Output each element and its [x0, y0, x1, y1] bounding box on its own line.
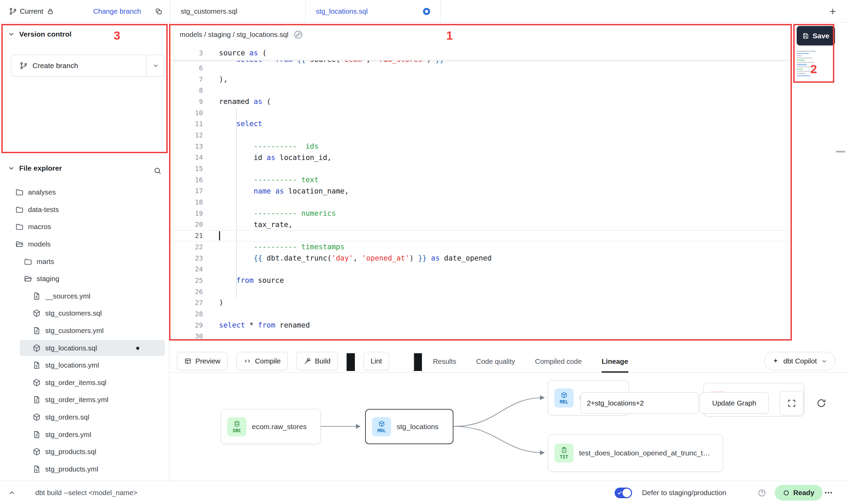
preview-button[interactable]: Preview — [177, 352, 228, 370]
file-search-icon[interactable] — [153, 167, 162, 175]
code-line-21: 21 — [169, 230, 792, 241]
preview-label: Preview — [195, 357, 220, 365]
tab-lineage[interactable]: Lineage — [602, 350, 628, 373]
code-line-20: 20 tax_rate, — [169, 219, 792, 230]
clipboard-check-icon — [561, 447, 568, 454]
status-bar: dbt build --select <model_name> Defer to… — [0, 481, 848, 504]
sidebar: Version control Create branch File explo… — [0, 23, 169, 481]
model-badge: MDL — [554, 388, 574, 408]
create-branch-dropdown[interactable] — [146, 55, 165, 76]
version-control-header[interactable]: Version control — [8, 30, 72, 38]
file-tree-item-stg-locations-sql[interactable]: stg_locations.sql — [0, 339, 169, 357]
lineage-node-test[interactable]: TST test_does_location_opened_at_trunc_t… — [548, 434, 723, 472]
top-bar: Current Change branch stg_customers.sql … — [0, 0, 848, 23]
tab-code-quality[interactable]: Code quality — [476, 350, 515, 373]
copy-icon[interactable] — [155, 0, 163, 23]
file-tree-item-stg-locations-yml[interactable]: stg_locations.yml — [0, 357, 169, 374]
table-icon — [184, 357, 192, 365]
refresh-button[interactable] — [812, 394, 831, 412]
save-button[interactable]: Save — [797, 26, 835, 45]
model-cube-icon — [32, 309, 41, 318]
code-line-17: 17 name as location_name, — [169, 186, 792, 197]
compile-button[interactable]: Compile — [236, 352, 288, 370]
code-editor[interactable]: 67),89renamed as (1011 select1213 ------… — [169, 47, 792, 342]
tab-stg-locations-sql[interactable]: stg_locations.sql — [306, 0, 440, 23]
unsaved-dot — [136, 347, 139, 350]
collapse-chevron-up-icon[interactable] — [8, 481, 16, 504]
file-tree-item-stg-orders-sql[interactable]: stg_orders.sql — [0, 409, 169, 426]
tab-results[interactable]: Results — [433, 350, 456, 373]
file-tree-item-stg-order-items-yml[interactable]: stg_order_items.yml — [0, 391, 169, 409]
file-name: stg_orders.yml — [45, 430, 91, 439]
node-label: ecom.raw_stores — [252, 423, 307, 431]
update-graph-label: Update Graph — [712, 399, 756, 407]
file-name: marts — [37, 257, 54, 266]
build-split-button[interactable]: Build — [296, 352, 338, 370]
build-label: Build — [315, 357, 331, 365]
breadcrumb: models / staging / stg_locations.sql — [180, 23, 303, 47]
file-tree-item-stg-order-items-sql[interactable]: stg_order_items.sql — [0, 374, 169, 392]
code-line-8: 8 — [169, 85, 792, 96]
lineage-node-source[interactable]: SRC ecom.raw_stores — [221, 409, 321, 444]
compile-label: Compile — [255, 357, 281, 365]
unsaved-changes-dot — [423, 8, 430, 15]
file-tree-item-staging[interactable]: staging — [0, 270, 169, 288]
check-icon — [617, 490, 622, 496]
ready-status-button[interactable]: Ready — [775, 485, 823, 501]
minimap[interactable] — [797, 51, 828, 77]
help-icon[interactable] — [758, 481, 766, 504]
tab-stg-customers-sql[interactable]: stg_customers.sql — [170, 0, 305, 23]
panel-toolbar: Preview Compile Build Lint Results Code … — [169, 350, 848, 373]
save-icon — [802, 32, 809, 39]
file-name: stg_locations.yml — [45, 361, 99, 369]
copy-link-icon[interactable] — [293, 30, 303, 40]
sidebar-divider — [0, 156, 169, 156]
chevron-down-icon — [8, 164, 15, 172]
model-cube-icon — [32, 413, 41, 422]
file-tree-item-data-tests[interactable]: data-tests — [0, 201, 169, 218]
save-label: Save — [812, 32, 829, 40]
more-options-icon[interactable] — [823, 481, 834, 504]
file-tree-item-analyses[interactable]: analyses — [0, 184, 169, 201]
lint-dropdown[interactable] — [413, 353, 422, 371]
toggle-knob — [622, 489, 631, 497]
panel-tabs: Results Code quality Compiled code Linea… — [433, 350, 628, 373]
create-branch-button[interactable]: Create branch — [11, 55, 165, 77]
file-tree-item-stg-products-yml[interactable]: stg_products.yml — [0, 461, 169, 478]
new-tab-plus-icon[interactable] — [828, 0, 837, 23]
tab-compiled-code[interactable]: Compiled code — [535, 350, 582, 373]
file-tree-item--sources-yml[interactable]: __sources.yml — [0, 288, 169, 305]
file-explorer-header[interactable]: File explorer — [8, 164, 62, 172]
file-tree: analysesdata-testsmacrosmodelsmartsstagi… — [0, 184, 169, 478]
update-graph-button[interactable]: Update Graph — [700, 392, 769, 414]
file-tree-item-stg-orders-yml[interactable]: stg_orders.yml — [0, 426, 169, 443]
file-name: analyses — [28, 188, 56, 196]
lineage-selector-input[interactable] — [580, 392, 699, 414]
annotation-number-1: 1 — [446, 29, 453, 42]
file-name: stg_customers.sql — [45, 309, 102, 317]
defer-toggle[interactable] — [615, 481, 632, 504]
file-tree-item-stg-products-sql[interactable]: stg_products.sql — [0, 443, 169, 461]
file-tree-item-stg-customers-yml[interactable]: stg_customers.yml — [0, 322, 169, 340]
scrollbar-handle[interactable] — [836, 151, 845, 152]
code-line-14: 14 id as location_id, — [169, 152, 792, 163]
lineage-canvas[interactable]: SRC ecom.raw_stores MDL stg_locations MD… — [169, 373, 848, 481]
toolbar-divider — [414, 352, 414, 370]
file-tree-item-marts[interactable]: marts — [0, 253, 169, 270]
build-dropdown[interactable] — [346, 353, 355, 371]
file-tree-item-models[interactable]: models — [0, 236, 169, 253]
code-line-26: 26 — [169, 286, 792, 297]
file-tree-item-stg-customers-sql[interactable]: stg_customers.sql — [0, 305, 169, 322]
change-branch-link[interactable]: Change branch — [93, 0, 141, 23]
copilot-label: dbt Copilot — [783, 357, 817, 365]
file-tree-item-macros[interactable]: macros — [0, 218, 169, 236]
fullscreen-button[interactable] — [780, 391, 804, 415]
text-cursor — [219, 231, 220, 240]
refresh-icon — [816, 398, 826, 408]
file-name: models — [28, 240, 51, 248]
folder-open-icon — [15, 240, 24, 249]
dbt-copilot-button[interactable]: dbt Copilot — [764, 352, 835, 370]
lint-split-button[interactable]: Lint — [363, 352, 389, 370]
code-line-16: 16 ---------- text — [169, 174, 792, 186]
lineage-node-stg-locations[interactable]: MDL stg_locations — [365, 409, 453, 444]
